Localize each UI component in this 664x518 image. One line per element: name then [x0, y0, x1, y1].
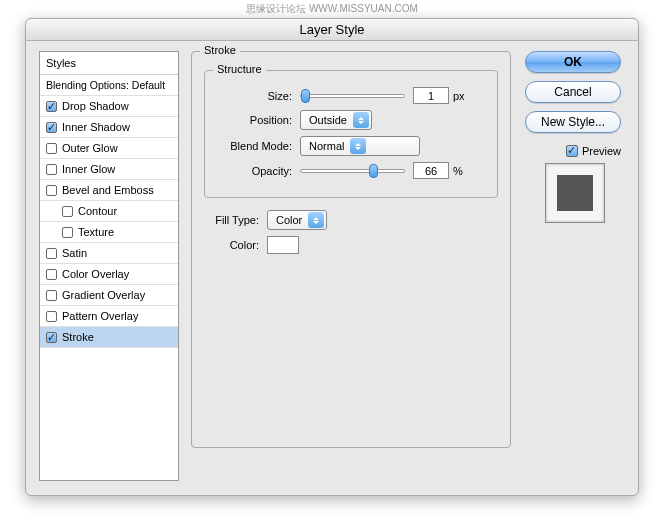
- stroke-outer-group: Stroke Structure Size: px Position: Outs…: [191, 51, 511, 448]
- filltype-dropdown[interactable]: Color: [267, 210, 327, 230]
- preview-checkbox[interactable]: [566, 145, 578, 157]
- style-item-bevel-and-emboss[interactable]: Bevel and Emboss: [40, 180, 178, 201]
- style-checkbox[interactable]: [46, 101, 57, 112]
- style-checkbox[interactable]: [46, 185, 57, 196]
- color-row: Color:: [204, 236, 498, 254]
- style-item-label: Drop Shadow: [62, 100, 129, 112]
- style-item-satin[interactable]: Satin: [40, 243, 178, 264]
- size-slider[interactable]: [300, 94, 405, 98]
- filltype-row: Fill Type: Color: [204, 210, 498, 230]
- blendmode-row: Blend Mode: Normal: [217, 136, 485, 156]
- style-item-gradient-overlay[interactable]: Gradient Overlay: [40, 285, 178, 306]
- color-label: Color:: [204, 239, 259, 251]
- style-item-label: Texture: [78, 226, 114, 238]
- size-label: Size:: [217, 90, 292, 102]
- opacity-label: Opacity:: [217, 165, 292, 177]
- style-item-label: Stroke: [62, 331, 94, 343]
- position-dropdown[interactable]: Outside: [300, 110, 372, 130]
- filltype-value: Color: [276, 214, 302, 226]
- position-value: Outside: [309, 114, 347, 126]
- right-button-panel: OK Cancel New Style... Preview: [525, 51, 625, 223]
- style-item-stroke[interactable]: Stroke: [40, 327, 178, 348]
- preview-box: [545, 163, 605, 223]
- position-label: Position:: [217, 114, 292, 126]
- style-checkbox[interactable]: [62, 227, 73, 238]
- style-item-label: Outer Glow: [62, 142, 118, 154]
- style-item-pattern-overlay[interactable]: Pattern Overlay: [40, 306, 178, 327]
- blendmode-dropdown[interactable]: Normal: [300, 136, 420, 156]
- style-item-label: Inner Glow: [62, 163, 115, 175]
- size-unit: px: [453, 90, 465, 102]
- new-style-button[interactable]: New Style...: [525, 111, 621, 133]
- style-item-contour[interactable]: Contour: [40, 201, 178, 222]
- dropdown-arrow-icon: [353, 112, 369, 128]
- style-checkbox[interactable]: [46, 290, 57, 301]
- preview-label: Preview: [582, 145, 621, 157]
- style-checkbox[interactable]: [46, 332, 57, 343]
- blendmode-value: Normal: [309, 140, 344, 152]
- style-item-texture[interactable]: Texture: [40, 222, 178, 243]
- style-checkbox[interactable]: [62, 206, 73, 217]
- preview-swatch: [557, 175, 593, 211]
- color-swatch[interactable]: [267, 236, 299, 254]
- style-item-outer-glow[interactable]: Outer Glow: [40, 138, 178, 159]
- dialog-title: Layer Style: [26, 19, 638, 41]
- layer-style-dialog: Layer Style Styles Blending Options: Def…: [25, 18, 639, 496]
- styles-panel: Styles Blending Options: Default Drop Sh…: [39, 51, 179, 481]
- style-checkbox[interactable]: [46, 311, 57, 322]
- opacity-slider[interactable]: [300, 169, 405, 173]
- cancel-button[interactable]: Cancel: [525, 81, 621, 103]
- opacity-unit: %: [453, 165, 463, 177]
- style-item-inner-glow[interactable]: Inner Glow: [40, 159, 178, 180]
- style-item-label: Color Overlay: [62, 268, 129, 280]
- structure-title: Structure: [213, 63, 266, 75]
- style-checkbox[interactable]: [46, 143, 57, 154]
- style-item-label: Satin: [62, 247, 87, 259]
- opacity-input[interactable]: [413, 162, 449, 179]
- ok-button[interactable]: OK: [525, 51, 621, 73]
- position-row: Position: Outside: [217, 110, 485, 130]
- blending-options-row[interactable]: Blending Options: Default: [40, 75, 178, 96]
- dropdown-arrow-icon: [350, 138, 366, 154]
- style-item-label: Pattern Overlay: [62, 310, 138, 322]
- style-item-color-overlay[interactable]: Color Overlay: [40, 264, 178, 285]
- styles-header[interactable]: Styles: [40, 52, 178, 75]
- opacity-row: Opacity: %: [217, 162, 485, 179]
- structure-group: Structure Size: px Position: Outside: [204, 70, 498, 198]
- style-checkbox[interactable]: [46, 164, 57, 175]
- dialog-content: Styles Blending Options: Default Drop Sh…: [26, 41, 638, 495]
- stroke-group-title: Stroke: [200, 44, 240, 56]
- style-item-inner-shadow[interactable]: Inner Shadow: [40, 117, 178, 138]
- style-item-label: Gradient Overlay: [62, 289, 145, 301]
- style-checkbox[interactable]: [46, 122, 57, 133]
- style-item-label: Inner Shadow: [62, 121, 130, 133]
- size-input[interactable]: [413, 87, 449, 104]
- size-row: Size: px: [217, 87, 485, 104]
- style-item-label: Contour: [78, 205, 117, 217]
- style-checkbox[interactable]: [46, 269, 57, 280]
- preview-checkbox-row: Preview: [525, 145, 621, 157]
- style-item-drop-shadow[interactable]: Drop Shadow: [40, 96, 178, 117]
- watermark-text: 思缘设计论坛 WWW.MISSYUAN.COM: [0, 2, 664, 16]
- dropdown-arrow-icon: [308, 212, 324, 228]
- filltype-label: Fill Type:: [204, 214, 259, 226]
- style-checkbox[interactable]: [46, 248, 57, 259]
- blendmode-label: Blend Mode:: [217, 140, 292, 152]
- stroke-settings-panel: Stroke Structure Size: px Position: Outs…: [191, 51, 511, 456]
- style-item-label: Bevel and Emboss: [62, 184, 154, 196]
